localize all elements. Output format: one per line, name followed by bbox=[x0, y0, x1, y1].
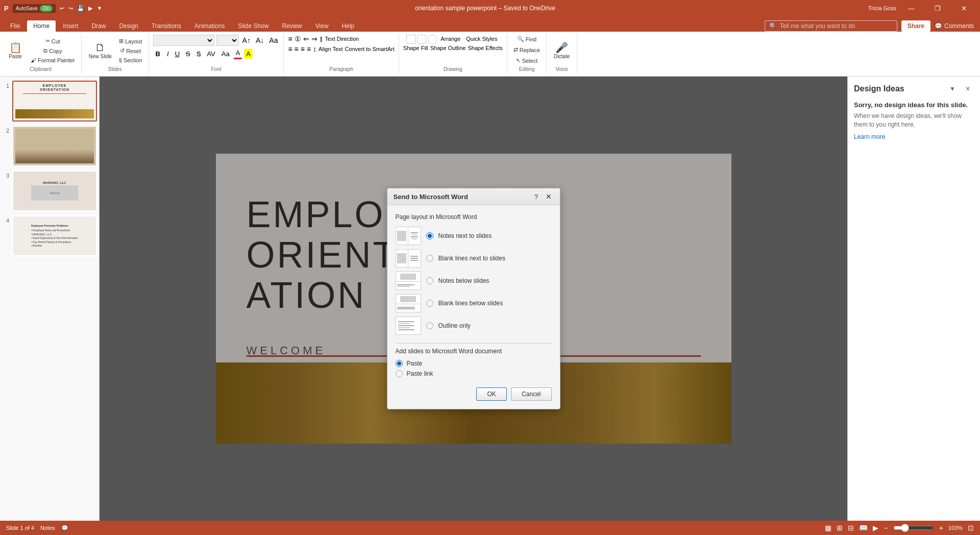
undo-btn[interactable]: ↩ bbox=[60, 5, 64, 12]
cut-button[interactable]: ✂ Cut bbox=[29, 37, 77, 45]
strikethrough-btn[interactable]: S bbox=[184, 49, 192, 59]
section-button[interactable]: § Section bbox=[117, 56, 144, 64]
option-paste[interactable]: Paste bbox=[396, 360, 552, 367]
tab-draw[interactable]: Draw bbox=[85, 20, 112, 32]
increase-indent-btn[interactable]: ⇒ bbox=[311, 35, 317, 43]
dictate-button[interactable]: 🎤 Dictate bbox=[551, 41, 573, 61]
format-painter-button[interactable]: 🖌 Format Painter bbox=[29, 56, 77, 64]
shape-rect-btn[interactable] bbox=[406, 35, 415, 44]
dialog-close-btn[interactable]: ✕ bbox=[544, 191, 554, 202]
minimize-btn[interactable]: — bbox=[899, 0, 923, 16]
autosave-toggle[interactable]: On bbox=[40, 5, 53, 12]
convert-smartart-btn[interactable]: Convert to SmartArt bbox=[345, 46, 395, 52]
tab-home[interactable]: Home bbox=[27, 20, 56, 32]
justify-btn[interactable]: ≡ bbox=[307, 45, 311, 53]
tab-slideshow[interactable]: Slide Show bbox=[232, 20, 275, 32]
radio-notes-next[interactable] bbox=[426, 232, 433, 239]
shadow-btn[interactable]: S bbox=[194, 49, 203, 59]
tab-animations[interactable]: Animations bbox=[188, 20, 231, 32]
redo-btn[interactable]: ↪ bbox=[68, 5, 73, 12]
align-left-btn[interactable]: ≡ bbox=[288, 45, 292, 53]
text-direction-btn[interactable]: Text Direction bbox=[325, 36, 359, 42]
option-notes-below[interactable]: Notes below slides bbox=[396, 272, 552, 290]
search-placeholder[interactable]: Tell me what you want to do bbox=[780, 22, 855, 30]
comments-button[interactable]: 💬 Comments bbox=[935, 22, 974, 30]
close-btn[interactable]: ✕ bbox=[952, 0, 976, 16]
align-right-btn[interactable]: ≡ bbox=[301, 45, 305, 53]
dialog-help-btn[interactable]: ? bbox=[531, 191, 542, 202]
font-size-select[interactable] bbox=[216, 35, 239, 46]
numbering-btn[interactable]: ① bbox=[295, 35, 301, 43]
font-grow-btn[interactable]: A↑ bbox=[241, 35, 252, 45]
new-slide-button[interactable]: 🗋 New Slide bbox=[86, 41, 115, 61]
italic-btn[interactable]: I bbox=[165, 49, 171, 59]
option-paste-link[interactable]: Paste link bbox=[396, 370, 552, 377]
tab-help[interactable]: Help bbox=[336, 20, 361, 32]
font-family-select[interactable] bbox=[153, 35, 214, 46]
customize-btn[interactable]: ▼ bbox=[96, 5, 102, 11]
zoom-in-btn[interactable]: + bbox=[939, 524, 943, 532]
option-blank-next[interactable]: Blank lines next to slides bbox=[396, 249, 552, 268]
char-spacing-btn[interactable]: AV bbox=[205, 49, 217, 59]
radio-blank-next[interactable] bbox=[426, 255, 433, 262]
design-panel-close-btn[interactable]: ✕ bbox=[962, 83, 974, 95]
font-color-btn[interactable]: A bbox=[234, 48, 242, 59]
layout-button[interactable]: ⊞ Layout bbox=[117, 37, 144, 45]
comments-status-icon[interactable]: 💬 bbox=[61, 525, 68, 531]
zoom-out-btn[interactable]: − bbox=[884, 524, 888, 532]
tab-insert[interactable]: Insert bbox=[57, 20, 84, 32]
slide-thumb-4[interactable]: 4 Employee Presenter Problems • Employee… bbox=[2, 215, 97, 256]
slide-image-3[interactable]: MARXDEC, LLC Salome bbox=[12, 171, 97, 211]
view-normal-btn[interactable]: ▦ bbox=[825, 524, 831, 532]
find-button[interactable]: 🔍 Find bbox=[515, 35, 538, 43]
view-outline-btn[interactable]: ⊞ bbox=[837, 524, 843, 532]
notes-btn[interactable]: Notes bbox=[40, 525, 55, 531]
shape-outline-btn[interactable]: Shape Outline bbox=[430, 45, 466, 51]
columns-btn[interactable]: ⫿ bbox=[320, 35, 323, 43]
slide-image-4[interactable]: Employee Presenter Problems • Employee R… bbox=[12, 215, 97, 256]
font-case-btn[interactable]: Aa bbox=[219, 49, 232, 59]
slide-thumb-2[interactable]: 2 bbox=[2, 126, 97, 166]
ok-button[interactable]: OK bbox=[476, 387, 507, 401]
option-notes-next[interactable]: Notes next to slides bbox=[396, 227, 552, 245]
replace-button[interactable]: ⇄ Replace bbox=[511, 45, 542, 54]
radio-outline-only[interactable] bbox=[426, 322, 433, 329]
decrease-indent-btn[interactable]: ⇐ bbox=[303, 35, 309, 43]
design-panel-collapse-btn[interactable]: ▼ bbox=[946, 83, 959, 95]
clear-format-btn[interactable]: Aa bbox=[267, 35, 279, 45]
bold-btn[interactable]: B bbox=[153, 48, 163, 59]
copy-button[interactable]: ⧉ Copy bbox=[29, 46, 77, 55]
cancel-button[interactable]: Cancel bbox=[511, 387, 551, 401]
option-outline-only[interactable]: Outline only bbox=[396, 317, 552, 335]
bullets-btn[interactable]: ≡ bbox=[288, 35, 292, 43]
zoom-slider[interactable] bbox=[893, 524, 934, 532]
tab-transitions[interactable]: Transitions bbox=[145, 20, 187, 32]
slide-thumb-1[interactable]: 1 EMPLOYEEORIENTATION bbox=[2, 81, 97, 121]
align-center-btn[interactable]: ≡ bbox=[295, 45, 299, 53]
highlight-btn[interactable]: A bbox=[244, 49, 253, 59]
shape-effects-btn[interactable]: Shape Effects bbox=[468, 45, 502, 51]
slide-image-1[interactable]: EMPLOYEEORIENTATION bbox=[12, 81, 97, 121]
align-text-btn[interactable]: Align Text bbox=[318, 46, 343, 52]
view-reading-btn[interactable]: 📖 bbox=[859, 524, 868, 532]
slide-image-2[interactable] bbox=[12, 126, 97, 166]
restore-btn[interactable]: ❐ bbox=[926, 0, 949, 16]
tab-review[interactable]: Review bbox=[276, 20, 308, 32]
option-blank-below[interactable]: Blank lines below slides bbox=[396, 294, 552, 312]
line-spacing-btn[interactable]: ↕ bbox=[313, 45, 316, 53]
view-presenter-btn[interactable]: ▶ bbox=[873, 524, 878, 532]
select-button[interactable]: ↖ Select bbox=[514, 56, 540, 65]
design-learn-more-link[interactable]: Learn more bbox=[854, 133, 885, 140]
shape-oval-btn[interactable] bbox=[428, 35, 437, 44]
radio-paste[interactable] bbox=[396, 360, 403, 367]
paste-button[interactable]: 📋 Paste bbox=[4, 41, 27, 61]
share-button[interactable]: Share bbox=[901, 20, 930, 32]
underline-btn[interactable]: U bbox=[173, 49, 182, 59]
font-shrink-btn[interactable]: A↓ bbox=[254, 35, 265, 45]
tab-view[interactable]: View bbox=[309, 20, 335, 32]
radio-notes-below[interactable] bbox=[426, 277, 433, 284]
shape-fill-btn[interactable]: Shape Fill bbox=[403, 45, 428, 51]
reset-button[interactable]: ↺ Reset bbox=[117, 46, 144, 55]
save-btn[interactable]: 💾 bbox=[77, 5, 84, 12]
tab-file[interactable]: File bbox=[4, 20, 26, 32]
